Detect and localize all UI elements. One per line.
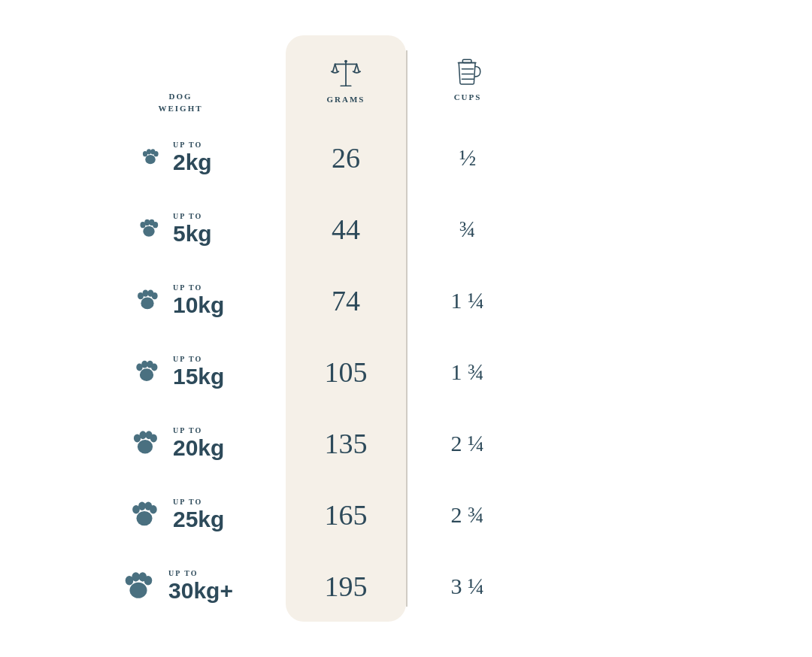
weight-label: UP TO 20kg [173, 426, 233, 460]
cups-value: 1 ¾ [451, 359, 485, 385]
cups-row: ¾ [451, 193, 485, 265]
svg-point-9 [153, 222, 158, 228]
svg-point-27 [138, 501, 146, 510]
up-to-label: UP TO [173, 212, 202, 221]
kg-value: 30kg+ [168, 578, 233, 603]
cups-row: 1 ¼ [451, 265, 485, 336]
cups-header-label: CUPS [454, 92, 482, 101]
scale-icon [328, 54, 364, 90]
paw-icon [129, 426, 161, 461]
kg-value: 10kg [173, 292, 224, 317]
svg-rect-47 [462, 59, 471, 62]
weight-row: UP TO 15kg [120, 336, 241, 407]
kg-value: 20kg [173, 435, 224, 460]
kg-value: 2kg [173, 150, 212, 174]
grams-row: 195 [325, 550, 368, 622]
svg-line-39 [335, 64, 338, 71]
up-to-label: UP TO [168, 569, 198, 578]
weight-label: UP TO 15kg [173, 355, 233, 389]
up-to-label: UP TO [173, 498, 202, 507]
cups-value: 3 ¼ [451, 574, 485, 599]
svg-point-34 [144, 576, 153, 585]
cups-value: ½ [459, 145, 477, 171]
feeding-guide-table: DOGWEIGHT UP TO 2kg UP TO 5kg [98, 20, 714, 637]
paw-icon [140, 146, 161, 170]
svg-point-29 [150, 505, 157, 513]
kg-value: 15kg [173, 364, 224, 389]
grams-value: 105 [325, 356, 368, 389]
grams-column: GRAMS 264474105135165195 [286, 35, 406, 622]
weight-row: UP TO 2kg [120, 122, 241, 193]
grams-value: 74 [332, 284, 360, 317]
grams-value: 26 [332, 141, 360, 174]
svg-point-14 [152, 292, 158, 299]
paw-icon [134, 286, 161, 316]
svg-point-4 [153, 151, 158, 156]
svg-point-5 [143, 226, 154, 236]
weight-label: UP TO 30kg+ [168, 569, 233, 603]
svg-point-2 [147, 149, 151, 154]
cups-column: CUPS ½¾1 ¼1 ¾2 ¼2 ¾3 ¼ [408, 35, 528, 622]
grams-value: 165 [325, 498, 368, 531]
cups-value: ¾ [459, 216, 477, 242]
grams-value: 135 [325, 427, 368, 460]
svg-point-20 [138, 440, 153, 453]
weight-label: UP TO 10kg [173, 283, 233, 317]
grams-row: 135 [325, 407, 368, 479]
paw-icon [120, 567, 156, 606]
svg-point-22 [139, 431, 146, 439]
kg-value: 25kg [173, 507, 224, 531]
weight-label: UP TO 25kg [173, 498, 233, 531]
up-to-label: UP TO [173, 141, 202, 150]
svg-line-41 [356, 64, 359, 71]
svg-point-12 [142, 289, 148, 296]
up-to-label: UP TO [173, 283, 202, 292]
paw-icon [132, 356, 161, 388]
weight-row: UP TO 5kg [120, 193, 241, 265]
cups-value: 1 ¼ [451, 288, 485, 313]
weight-row: UP TO 20kg [120, 407, 241, 479]
svg-point-32 [132, 572, 140, 581]
svg-point-0 [145, 155, 155, 164]
svg-point-25 [136, 510, 152, 525]
cups-row: 3 ¼ [451, 550, 485, 622]
svg-point-10 [141, 297, 153, 309]
weight-row: UP TO 10kg [120, 265, 241, 336]
cup-icon [452, 56, 483, 88]
grams-row: 74 [325, 265, 368, 336]
svg-point-30 [130, 582, 147, 598]
svg-point-19 [151, 363, 157, 371]
cups-row: 2 ¾ [451, 479, 485, 550]
grams-header-label: GRAMS [327, 95, 365, 104]
weight-column-header: DOGWEIGHT [158, 35, 202, 122]
paw-icon [137, 216, 161, 243]
weight-row: UP TO 30kg+ [120, 550, 241, 622]
grams-column-header: GRAMS [327, 35, 365, 122]
grams-row: 44 [325, 193, 368, 265]
weight-column: DOGWEIGHT UP TO 2kg UP TO 5kg [98, 35, 263, 622]
weight-header-label: DOGWEIGHT [158, 91, 202, 114]
cups-row: ½ [451, 122, 485, 193]
weight-label: UP TO 5kg [173, 212, 233, 246]
grams-row: 26 [325, 122, 368, 193]
up-to-label: UP TO [173, 355, 202, 364]
cups-row: 2 ¼ [451, 407, 485, 479]
weight-label: UP TO 2kg [173, 141, 233, 174]
svg-point-17 [141, 360, 147, 368]
cups-value: 2 ¼ [451, 431, 485, 456]
weight-row: UP TO 25kg [120, 479, 241, 550]
svg-point-42 [344, 59, 347, 62]
grams-value: 44 [332, 213, 360, 246]
cups-column-header: CUPS [452, 35, 483, 122]
grams-row: 105 [325, 336, 368, 407]
paw-icon [128, 497, 161, 533]
svg-point-24 [150, 434, 157, 442]
cups-value: 2 ¾ [451, 502, 485, 528]
spacer-1 [263, 35, 286, 622]
kg-value: 5kg [173, 221, 212, 246]
svg-point-7 [144, 219, 150, 225]
grams-row: 165 [325, 479, 368, 550]
up-to-label: UP TO [173, 426, 202, 435]
grams-value: 195 [325, 570, 368, 603]
svg-point-15 [140, 368, 153, 381]
